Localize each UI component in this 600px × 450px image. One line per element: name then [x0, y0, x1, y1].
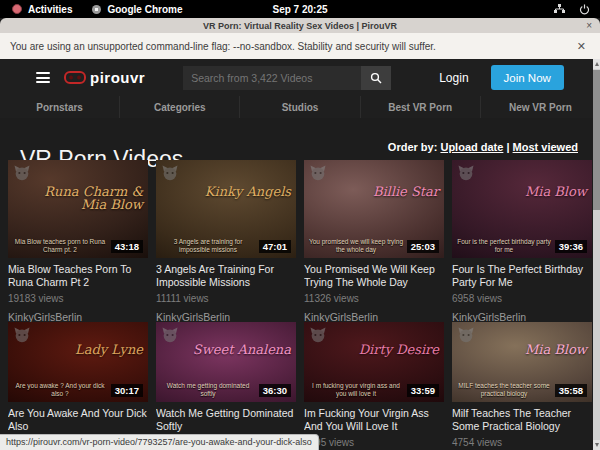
thumbnail-overlay-name: Mia Blow	[525, 185, 587, 198]
video-thumbnail[interactable]: Runa Charm & Mia Blow Mia Blow teaches p…	[8, 160, 148, 258]
thumbnail-overlay-name: Runa Charm & Mia Blow	[34, 185, 143, 211]
video-row-2: Lady Lyne Are you awake ? And your dick …	[8, 322, 592, 450]
video-card[interactable]: Sweet Analena Watch me getting dominated…	[156, 322, 296, 450]
duration-badge: 35:58	[555, 384, 587, 397]
studio-cat-mask-icon	[457, 164, 475, 182]
system-bar: Activities Google Chrome Sep 7 20:25	[0, 0, 600, 18]
video-views: 11326 views	[304, 293, 444, 304]
video-title[interactable]: Im Fucking Your Virgin Ass And You Will …	[304, 407, 444, 433]
video-card[interactable]: Mia Blow MILF teaches the teacher some p…	[452, 322, 592, 450]
thumbnail-overlay-name: Billie Star	[373, 185, 439, 198]
video-title[interactable]: You Promised We Will Keep Trying The Who…	[304, 263, 444, 289]
studio-cat-mask-icon	[13, 164, 31, 182]
video-thumbnail[interactable]: Lady Lyne Are you awake ? And your dick …	[8, 322, 148, 402]
thumbnail-overlay-name: Sweet Analena	[193, 343, 291, 356]
video-thumbnail[interactable]: Dirty Desire I m fucking your virgin ass…	[304, 322, 444, 402]
video-title[interactable]: 3 Angels Are Training For Impossible Mis…	[156, 263, 296, 289]
thumbnail-caption: Four is the perfect birthday party for m…	[456, 238, 552, 254]
video-thumbnail[interactable]: Mia Blow Four is the perfect birthday pa…	[452, 160, 592, 258]
video-thumbnail[interactable]: Kinky Angels 3 Angels are training for i…	[156, 160, 296, 258]
duration-badge: 33:59	[407, 384, 439, 397]
power-icon[interactable]	[579, 4, 590, 15]
video-card[interactable]: Billie Star You promised we will keep tr…	[304, 160, 444, 323]
video-title[interactable]: Are You Awake And Your Dick Also	[8, 407, 148, 433]
warning-close-icon[interactable]: ✕	[577, 40, 586, 53]
video-card[interactable]: Lady Lyne Are you awake ? And your dick …	[8, 322, 148, 450]
screen: { "system_bar": { "activities": "Activit…	[0, 0, 600, 450]
duration-badge: 36:30	[259, 384, 291, 397]
video-card[interactable]: Dirty Desire I m fucking your virgin ass…	[304, 322, 444, 450]
nav-new-vr-porn[interactable]: New VR Porn	[481, 96, 600, 118]
join-now-button[interactable]: Join Now	[491, 65, 564, 90]
order-most-viewed-link[interactable]: Most viewed	[513, 141, 578, 153]
thumbnail-overlay-name: Kinky Angels	[205, 185, 291, 198]
video-thumbnail[interactable]: Billie Star You promised we will keep tr…	[304, 160, 444, 258]
video-views: 8795 views	[304, 437, 444, 448]
logo-text: pirouvr	[90, 69, 145, 86]
thumbnail-caption: Mia Blow teaches porn to Runa Charm pt. …	[12, 238, 108, 254]
video-views: 4754 views	[452, 437, 592, 448]
thumbnail-caption: MILF teaches the teacher some practical …	[456, 382, 552, 398]
video-views: 19183 views	[8, 293, 148, 304]
scrollbar-thumb[interactable]	[593, 70, 600, 210]
scroll-down-arrow-icon[interactable]	[593, 440, 600, 450]
video-title[interactable]: Mia Blow Teaches Porn To Runa Charm Pt 2	[8, 263, 148, 289]
studio-cat-mask-icon	[309, 164, 327, 182]
status-url-tooltip: https://pirouvr.com/vr-porn-video/779325…	[0, 434, 319, 450]
duration-badge: 25:03	[407, 240, 439, 253]
duration-badge: 43:18	[111, 240, 143, 253]
video-views: 11111 views	[156, 293, 296, 304]
thumbnail-overlay-name: Lady Lyne	[75, 343, 143, 356]
scrollbar[interactable]	[593, 59, 600, 450]
thumbnail-caption: Watch me getting dominated softly	[160, 382, 256, 398]
video-title[interactable]: Milf Teaches The Teacher Some Practical …	[452, 407, 592, 433]
clock[interactable]: Sep 7 20:25	[0, 4, 600, 15]
order-by-label: Order by:	[388, 141, 438, 153]
window-title-bar[interactable]: VR Porn: Virtual Reality Sex Videos | Pi…	[0, 18, 600, 33]
thumbnail-overlay-name: Mia Blow	[525, 343, 587, 356]
site-header: pirouvr Login Join Now	[0, 59, 600, 96]
thumbnail-caption: You promised we will keep trying the who…	[308, 238, 404, 254]
video-card[interactable]: Kinky Angels 3 Angels are training for i…	[156, 160, 296, 323]
thumbnail-caption: 3 Angels are training for impossible mis…	[160, 238, 256, 254]
video-thumbnail[interactable]: Mia Blow MILF teaches the teacher some p…	[452, 322, 592, 402]
video-row-1: Runa Charm & Mia Blow Mia Blow teaches p…	[8, 160, 592, 323]
nav-pornstars[interactable]: Pornstars	[0, 96, 120, 118]
window-close-icon[interactable]: ×	[586, 18, 592, 33]
video-thumbnail[interactable]: Sweet Analena Watch me getting dominated…	[156, 322, 296, 402]
video-views: 6958 views	[452, 293, 592, 304]
warning-message: You are using an unsupported command-lin…	[0, 41, 436, 52]
search-bar	[183, 66, 391, 90]
nav-best-vr-porn[interactable]: Best VR Porn	[361, 96, 481, 118]
video-title[interactable]: Watch Me Getting Dominated Softly	[156, 407, 296, 433]
search-icon	[370, 72, 382, 84]
duration-badge: 47:01	[259, 240, 291, 253]
thumbnail-caption: Are you awake ? And your dick also ?	[12, 382, 108, 398]
login-link[interactable]: Login	[439, 71, 468, 85]
main-nav: Pornstars Categories Studios Best VR Por…	[0, 96, 600, 118]
network-icon[interactable]	[554, 4, 565, 14]
studio-cat-mask-icon	[13, 326, 31, 344]
studio-cat-mask-icon	[309, 326, 327, 344]
search-button[interactable]	[361, 66, 391, 90]
video-card[interactable]: Runa Charm & Mia Blow Mia Blow teaches p…	[8, 160, 148, 323]
thumbnail-overlay-name: Dirty Desire	[359, 343, 439, 356]
order-upload-date-link[interactable]: Upload date	[440, 141, 503, 153]
order-by: Order by: Upload date | Most viewed	[388, 141, 578, 153]
duration-badge: 39:36	[555, 240, 587, 253]
nav-categories[interactable]: Categories	[120, 96, 240, 118]
menu-icon[interactable]	[36, 70, 50, 86]
browser-warning-bar: You are using an unsupported command-lin…	[0, 33, 600, 60]
nav-studios[interactable]: Studios	[240, 96, 360, 118]
studio-cat-mask-icon	[161, 326, 179, 344]
search-input[interactable]	[183, 66, 361, 90]
video-card[interactable]: Mia Blow Four is the perfect birthday pa…	[452, 160, 592, 323]
studio-cat-mask-icon	[457, 326, 475, 344]
video-title[interactable]: Four Is The Perfect Birthday Party For M…	[452, 263, 592, 289]
window-title: VR Porn: Virtual Reality Sex Videos | Pi…	[203, 21, 397, 31]
site-logo[interactable]: pirouvr	[64, 69, 145, 86]
thumbnail-caption: I m fucking your virgin ass and you will…	[308, 382, 404, 398]
vr-goggles-icon	[64, 71, 86, 84]
duration-badge: 30:17	[111, 384, 143, 397]
scroll-up-arrow-icon[interactable]	[593, 59, 600, 69]
